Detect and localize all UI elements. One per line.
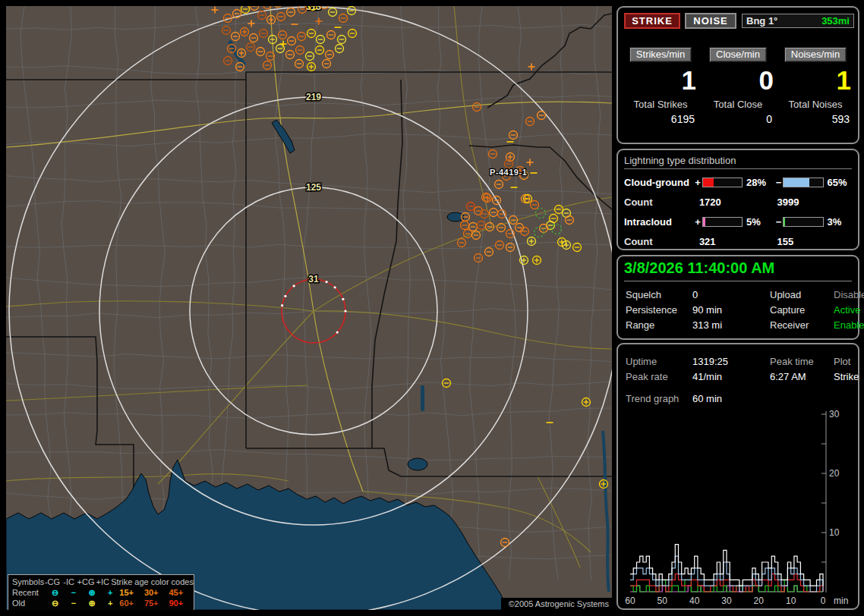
rate-column: Strikes/min1Total Strikes6195 xyxy=(622,47,699,125)
map-labels: P-4419-1 xyxy=(490,168,527,177)
info-cell: 313 mi xyxy=(692,319,770,331)
rate-value: 0 xyxy=(699,62,777,97)
info-cell: Range xyxy=(626,319,692,331)
info-cell: 1319:25 xyxy=(692,356,770,367)
count-label: Count xyxy=(624,236,699,247)
total-value: 6195 xyxy=(622,113,699,125)
total-label: Total Noises xyxy=(777,99,854,110)
info-cell: Peak time xyxy=(770,356,834,367)
bearing-display: Bng 1° 353mi xyxy=(742,14,854,28)
svg-text:31: 31 xyxy=(308,274,319,284)
distribution-type-label: Intracloud xyxy=(624,216,693,228)
strikes-min-badge[interactable]: Strikes/min xyxy=(629,47,692,62)
svg-text:30: 30 xyxy=(829,409,840,420)
panel-status: 3/8/2026 11:40:00 AM Squelch0UploadDisab… xyxy=(616,255,859,340)
map[interactable]: 31321912531 P-4419-1 Symbols-CG-IC+CG+IC… xyxy=(6,6,612,610)
noises-min-badge[interactable]: Noises/min xyxy=(784,47,847,62)
info-cell: Plot xyxy=(834,356,853,367)
svg-text:20: 20 xyxy=(829,468,840,479)
info-cell: Strike xyxy=(834,371,859,382)
info-row: Uptime1319:25Peak timePlot xyxy=(626,354,853,369)
minus-bar xyxy=(783,178,823,187)
rate-column: Noises/min1Total Noises593 xyxy=(777,47,854,125)
svg-text:min: min xyxy=(834,596,848,606)
svg-text:10: 10 xyxy=(829,527,840,538)
plus-sign: + xyxy=(693,216,702,228)
info-cell: Receiver xyxy=(770,319,834,331)
svg-text:10: 10 xyxy=(786,596,796,606)
svg-text:60: 60 xyxy=(625,596,635,606)
close-min-badge[interactable]: Close/min xyxy=(709,47,767,62)
plus-count: 321 xyxy=(699,236,777,247)
panel-distribution: Lightning type distribution Cloud-ground… xyxy=(616,149,859,250)
distribution-title: Lightning type distribution xyxy=(624,155,852,169)
info-cell: Enabled xyxy=(834,319,864,331)
badge-wrap: Noises/min xyxy=(777,47,854,62)
distribution-row: Cloud-ground+28%−65% xyxy=(624,173,855,191)
datetime: 3/8/2026 11:40:00 AM xyxy=(624,259,852,281)
plus-bar xyxy=(702,217,743,227)
station-label: P-4419-1 xyxy=(490,168,527,177)
bearing-range-value: 353mi xyxy=(821,15,850,27)
badge-wrap: Strikes/min xyxy=(622,47,699,62)
map-canvas: 31321912531 P-4419-1 xyxy=(6,6,612,610)
info-cell: 90 min xyxy=(692,304,770,316)
plus-bar xyxy=(702,178,743,187)
rate-columns: Strikes/min1Total Strikes6195Close/min0T… xyxy=(622,47,854,125)
info-cell: 6:27 AM xyxy=(770,371,834,382)
info-cell: Peak rate xyxy=(626,371,692,382)
info-row: Persistence90 minCaptureActive xyxy=(626,302,853,317)
trend-row: Trend graph 60 min xyxy=(626,393,722,404)
info-cell: 0 xyxy=(692,289,770,300)
copyright: ©2005 Astrogenic Systems xyxy=(501,598,612,610)
svg-text:40: 40 xyxy=(689,596,700,606)
plus-count: 1720 xyxy=(699,196,777,208)
svg-text:0: 0 xyxy=(821,596,826,606)
info-cell: Capture xyxy=(770,304,834,316)
stats-rows: Uptime1319:25Peak timePlotPeak rate41/mi… xyxy=(626,354,853,384)
info-cell: Active xyxy=(834,304,860,316)
minus-percent: 3% xyxy=(824,216,855,228)
panel-stats-trend: Uptime1319:25Peak timePlotPeak rate41/mi… xyxy=(616,343,859,610)
minus-bar xyxy=(783,217,823,227)
info-row: Range313 miReceiverEnabled xyxy=(626,317,853,332)
info-cell: Squelch xyxy=(626,289,692,300)
count-row: Count17203999 xyxy=(624,191,855,212)
bearing-label: Bng 1° xyxy=(746,15,777,27)
trend-graph: 1020306050403020100min xyxy=(620,405,858,608)
plus-percent: 5% xyxy=(743,216,774,228)
total-label: Total Strikes xyxy=(622,99,699,110)
minus-sign: − xyxy=(774,216,784,228)
info-cell: Persistence xyxy=(626,304,692,316)
plus-sign: + xyxy=(693,177,702,188)
count-row: Count321155 xyxy=(624,231,855,252)
svg-text:125: 125 xyxy=(306,182,321,193)
badge-wrap: Close/min xyxy=(699,47,777,62)
rate-value: 1 xyxy=(622,62,699,97)
distribution-rows: Cloud-ground+28%−65%Count17203999Intracl… xyxy=(624,173,855,252)
info-row: Squelch0UploadDisabled xyxy=(626,287,853,302)
plus-percent: 28% xyxy=(743,177,774,188)
minus-count: 155 xyxy=(777,236,855,247)
svg-text:30: 30 xyxy=(721,596,732,606)
rate-column: Close/min0Total Close0 xyxy=(699,47,777,125)
trend-graph-label: Trend graph xyxy=(626,393,692,404)
distribution-type-label: Cloud-ground xyxy=(624,177,693,188)
total-value: 593 xyxy=(777,113,854,125)
panel-rates: STRIKE NOISE Bng 1° 353mi Strikes/min1To… xyxy=(616,6,859,144)
info-cell: Disabled xyxy=(834,289,864,300)
minus-sign: − xyxy=(774,177,784,188)
minus-count: 3999 xyxy=(777,196,855,208)
svg-text:50: 50 xyxy=(657,596,668,606)
total-value: 0 xyxy=(699,113,777,125)
strike-mode-button[interactable]: STRIKE xyxy=(624,13,680,29)
svg-text:219: 219 xyxy=(306,92,321,102)
noise-mode-button[interactable]: NOISE xyxy=(685,13,736,29)
trend-window-value: 60 min xyxy=(692,393,722,404)
info-cell: Upload xyxy=(770,289,834,300)
info-row: Peak rate41/min6:27 AMStrike xyxy=(626,369,853,384)
info-cell: 41/min xyxy=(692,371,770,382)
total-label: Total Close xyxy=(699,99,777,110)
map-legend: Symbols-CG-IC+CG+ICStrike age color code… xyxy=(8,574,194,610)
rate-value: 1 xyxy=(777,62,854,97)
